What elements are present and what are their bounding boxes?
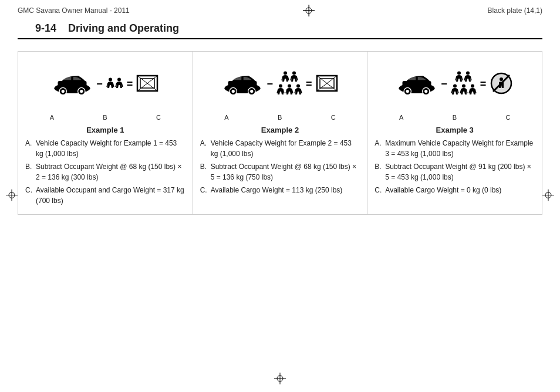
main-content: − = A B C Example 1 A. bbox=[0, 39, 560, 221]
list-letter: A. bbox=[25, 138, 36, 159]
list-text: Vehicle Capacity Weight for Example 2 = … bbox=[211, 138, 360, 159]
list-text: Available Occupant and Cargo Weight = 31… bbox=[36, 185, 185, 206]
example-title-3: Example 3 bbox=[436, 126, 474, 134]
svg-point-36 bbox=[457, 72, 461, 75]
left-crosshair bbox=[6, 190, 18, 203]
svg-point-7 bbox=[62, 89, 65, 92]
examples-row: − = A B C Example 1 A. bbox=[18, 51, 542, 215]
list-letter: B. bbox=[375, 161, 385, 183]
svg-point-34 bbox=[406, 89, 409, 92]
example-col-2: − = A bbox=[193, 52, 368, 214]
list-text: Subtract Occupant Weight @ 91 kg (200 lb… bbox=[385, 161, 535, 183]
list-letter: C. bbox=[25, 185, 36, 206]
list-letter: B. bbox=[25, 161, 36, 183]
diagram-labels-2: A B C bbox=[200, 114, 360, 121]
svg-point-2 bbox=[306, 8, 312, 13]
svg-point-38 bbox=[453, 85, 457, 88]
label-b: B bbox=[103, 114, 107, 121]
page-header: GMC Savana Owner Manual - 2011 Black pla… bbox=[0, 0, 560, 19]
header-right: Black plate (14,1) bbox=[488, 6, 542, 15]
list-text: Vehicle Capacity Weight for Example 1 = … bbox=[36, 138, 185, 159]
list-text: Subtract Occupant Weight @ 68 kg (150 lb… bbox=[36, 161, 185, 183]
minus-operator: − bbox=[96, 78, 103, 90]
svg-point-39 bbox=[462, 85, 465, 88]
list-letter: A. bbox=[200, 138, 211, 159]
example-col-3: − = A bbox=[367, 52, 542, 214]
example-list-3: A. Maximum Vehicle Capacity Weight for E… bbox=[375, 138, 535, 198]
label-a: A bbox=[224, 114, 228, 121]
page-number: 9-14 bbox=[35, 22, 56, 35]
diagram-2: − = bbox=[222, 58, 338, 110]
svg-point-21 bbox=[284, 72, 287, 75]
list-item-2-1: B. Subtract Occupant Weight @ 68 kg (150… bbox=[200, 161, 360, 183]
persons-b bbox=[276, 71, 302, 97]
example-list-1: A. Vehicle Capacity Weight for Example 1… bbox=[25, 138, 185, 208]
label-c: C bbox=[156, 114, 161, 121]
list-letter: B. bbox=[200, 161, 211, 183]
diagram-3: − = bbox=[396, 58, 513, 110]
label-c: C bbox=[331, 114, 336, 121]
svg-point-25 bbox=[296, 85, 300, 88]
right-crosshair bbox=[542, 190, 554, 203]
diagram-labels-3: A B C bbox=[375, 114, 535, 121]
label-b: B bbox=[453, 114, 457, 121]
list-text: Available Cargo Weight = 113 kg (250 lbs… bbox=[211, 185, 360, 195]
list-item-1-2: C. Available Occupant and Cargo Weight =… bbox=[25, 185, 185, 206]
list-item-2-0: A. Vehicle Capacity Weight for Example 2… bbox=[200, 138, 360, 159]
minus-operator: − bbox=[266, 78, 273, 90]
svg-point-37 bbox=[466, 72, 470, 75]
list-item-1-0: A. Vehicle Capacity Weight for Example 1… bbox=[25, 138, 185, 159]
example-title-2: Example 2 bbox=[261, 126, 299, 134]
list-text: Maximum Vehicle Capacity Weight for Exam… bbox=[385, 138, 535, 159]
svg-point-35 bbox=[424, 89, 427, 92]
svg-point-43 bbox=[500, 77, 503, 81]
list-item-1-1: B. Subtract Occupant Weight @ 68 kg (150… bbox=[25, 161, 185, 183]
diagram-labels-1: A B C bbox=[25, 114, 185, 121]
car-icon-a bbox=[396, 72, 437, 97]
equals-operator: = bbox=[306, 78, 312, 90]
equals-operator: = bbox=[127, 78, 133, 90]
list-item-2-2: C. Available Cargo Weight = 113 kg (250 … bbox=[200, 185, 360, 195]
list-item-3-1: B. Subtract Occupant Weight @ 91 kg (200… bbox=[375, 161, 535, 183]
list-letter: A. bbox=[375, 138, 385, 159]
svg-point-23 bbox=[279, 85, 282, 88]
list-item-3-2: C. Available Cargo Weight = 0 kg (0 lbs) bbox=[375, 185, 535, 195]
header-left: GMC Savana Owner Manual - 2011 bbox=[18, 6, 130, 15]
svg-point-40 bbox=[471, 85, 474, 88]
svg-point-24 bbox=[288, 85, 291, 88]
result-c bbox=[490, 72, 513, 97]
example-list-2: A. Vehicle Capacity Weight for Example 2… bbox=[200, 138, 360, 198]
list-letter: C. bbox=[200, 185, 211, 195]
list-item-3-0: A. Maximum Vehicle Capacity Weight for E… bbox=[375, 138, 535, 159]
svg-point-10 bbox=[117, 78, 121, 82]
svg-point-22 bbox=[292, 72, 296, 75]
result-c bbox=[136, 73, 158, 95]
svg-point-9 bbox=[109, 78, 112, 82]
svg-point-20 bbox=[251, 89, 254, 92]
minus-operator: − bbox=[441, 78, 447, 90]
list-text: Subtract Occupant Weight @ 68 kg (150 lb… bbox=[211, 161, 360, 183]
page-title: Driving and Operating bbox=[68, 22, 179, 35]
example-title-1: Example 1 bbox=[86, 126, 124, 134]
result-c bbox=[316, 73, 338, 95]
persons-b bbox=[451, 71, 477, 97]
list-text: Available Cargo Weight = 0 kg (0 lbs) bbox=[385, 185, 535, 195]
car-icon-a bbox=[222, 72, 263, 97]
label-a: A bbox=[399, 114, 403, 121]
svg-point-19 bbox=[232, 89, 235, 92]
label-b: B bbox=[278, 114, 282, 121]
car-icon-a bbox=[52, 72, 93, 97]
list-letter: C. bbox=[375, 185, 385, 195]
equals-operator: = bbox=[480, 78, 487, 90]
example-col-1: − = A B C Example 1 A. bbox=[18, 52, 193, 214]
page-title-bar: 9-14 Driving and Operating bbox=[18, 19, 542, 39]
header-crosshair bbox=[303, 5, 315, 16]
persons-b bbox=[106, 77, 123, 90]
label-c: C bbox=[505, 114, 510, 121]
svg-point-8 bbox=[80, 89, 83, 92]
diagram-1: − = bbox=[52, 58, 158, 110]
label-a: A bbox=[50, 114, 54, 121]
bottom-crosshair bbox=[274, 373, 286, 386]
